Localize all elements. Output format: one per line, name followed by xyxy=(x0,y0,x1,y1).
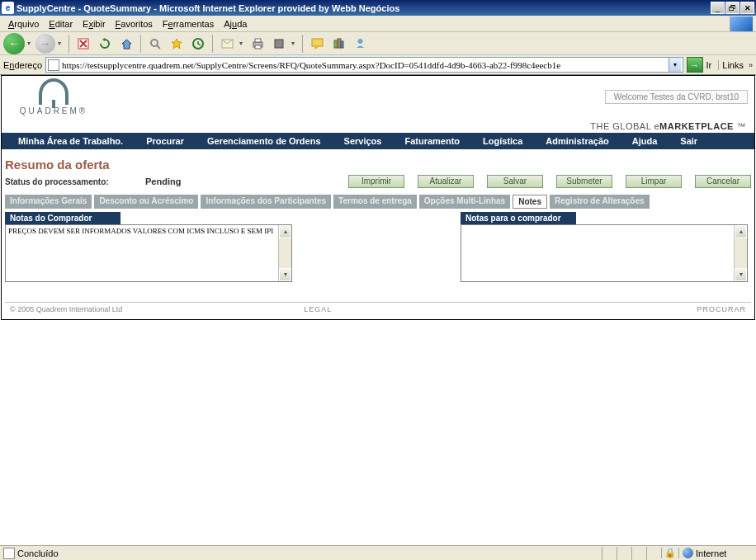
go-label: Ir xyxy=(706,60,712,70)
window-titlebar: e SupplyCentre - QuoteSummary - Microsof… xyxy=(0,0,756,16)
print-button[interactable] xyxy=(248,34,267,54)
menu-ferramentas[interactable]: Ferramentas xyxy=(158,17,219,31)
svg-rect-11 xyxy=(338,39,341,48)
svg-rect-8 xyxy=(275,40,283,48)
messenger-button[interactable] xyxy=(350,34,370,54)
minimize-button[interactable]: _ xyxy=(711,2,725,14)
page-icon xyxy=(48,59,59,71)
links-chevron-icon[interactable]: » xyxy=(749,61,753,69)
toolbar-separator xyxy=(140,35,141,53)
menu-arquivo[interactable]: Arquivo xyxy=(3,17,44,31)
menubar: Arquivo Editar Exibir Favoritos Ferramen… xyxy=(0,16,756,32)
svg-rect-12 xyxy=(341,41,343,48)
close-button[interactable]: ✕ xyxy=(740,2,754,14)
svg-point-1 xyxy=(151,40,158,46)
address-input-wrapper: ▾ xyxy=(45,57,683,73)
restore-button[interactable]: 🗗 xyxy=(725,2,739,14)
svg-rect-6 xyxy=(255,39,261,42)
back-button[interactable]: ← xyxy=(3,33,25,54)
edit-button[interactable] xyxy=(269,34,289,54)
forward-dropdown[interactable]: ▾ xyxy=(58,40,61,47)
back-dropdown[interactable]: ▾ xyxy=(27,40,31,47)
svg-rect-10 xyxy=(334,40,338,48)
discuss-button[interactable] xyxy=(307,34,327,54)
menu-exibir[interactable]: Exibir xyxy=(78,17,111,31)
address-dropdown[interactable]: ▾ xyxy=(669,58,681,72)
toolbar: ←▾ →▾ ▾ ▾ xyxy=(0,32,756,55)
svg-point-13 xyxy=(357,39,362,44)
toolbar-separator xyxy=(212,35,213,53)
mail-button[interactable] xyxy=(217,34,237,54)
menu-favoritos[interactable]: Favoritos xyxy=(111,17,158,31)
address-label: Endereço xyxy=(3,60,42,70)
svg-rect-7 xyxy=(255,45,261,49)
go-button[interactable]: → xyxy=(687,57,703,73)
menu-editar[interactable]: Editar xyxy=(44,17,78,31)
window-title: SupplyCentre - QuoteSummary - Microsoft … xyxy=(17,3,711,13)
addressbar: Endereço ▾ → Ir Links » xyxy=(0,55,756,75)
edit-dropdown[interactable]: ▾ xyxy=(291,40,295,47)
svg-rect-9 xyxy=(312,39,323,46)
menu-ajuda[interactable]: Ajuda xyxy=(219,17,252,31)
links-label[interactable]: Links xyxy=(718,60,744,70)
svg-line-2 xyxy=(157,45,160,49)
favorites-button[interactable] xyxy=(167,34,187,54)
history-button[interactable] xyxy=(188,34,208,54)
ie-icon: e xyxy=(2,2,14,14)
forward-button[interactable]: → xyxy=(35,34,55,54)
search-button[interactable] xyxy=(145,34,165,54)
ie-throbber-icon xyxy=(730,16,753,31)
toolbar-separator xyxy=(69,35,69,53)
toolbar-separator xyxy=(302,35,303,53)
research-button[interactable] xyxy=(328,34,348,54)
address-input[interactable] xyxy=(62,60,668,70)
refresh-button[interactable] xyxy=(95,34,115,54)
mail-dropdown[interactable]: ▾ xyxy=(239,40,243,47)
stop-button[interactable] xyxy=(73,34,93,54)
home-button[interactable] xyxy=(116,34,136,54)
